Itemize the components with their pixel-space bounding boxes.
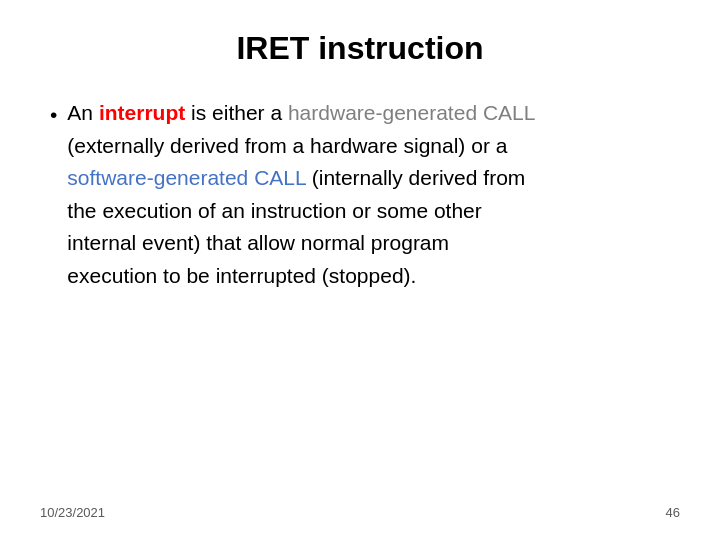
text-line5: internal event) that allow normal progra… <box>67 231 449 254</box>
slide-content: • An interrupt is either a hardware-gene… <box>40 97 680 497</box>
text-line2: (externally derived from a hardware sign… <box>67 134 507 157</box>
text-line1-after: is either a <box>185 101 288 124</box>
text-prefix: An <box>67 101 99 124</box>
footer-page: 46 <box>666 505 680 520</box>
interrupt-highlight: interrupt <box>99 101 185 124</box>
text-line4: the execution of an instruction or some … <box>67 199 481 222</box>
text-line6: execution to be interrupted (stopped). <box>67 264 416 287</box>
slide-title: IRET instruction <box>40 30 680 67</box>
slide-footer: 10/23/2021 46 <box>40 497 680 520</box>
slide-container: IRET instruction • An interrupt is eithe… <box>0 0 720 540</box>
text-line3-after: (internally derived from <box>306 166 525 189</box>
bullet-dot: • <box>50 99 57 132</box>
footer-date: 10/23/2021 <box>40 505 105 520</box>
hw-call-highlight: hardware-generated CALL <box>288 101 536 124</box>
sw-call-highlight: software-generated CALL <box>67 166 306 189</box>
bullet-item: • An interrupt is either a hardware-gene… <box>50 97 680 292</box>
bullet-text: An interrupt is either a hardware-genera… <box>67 97 680 292</box>
